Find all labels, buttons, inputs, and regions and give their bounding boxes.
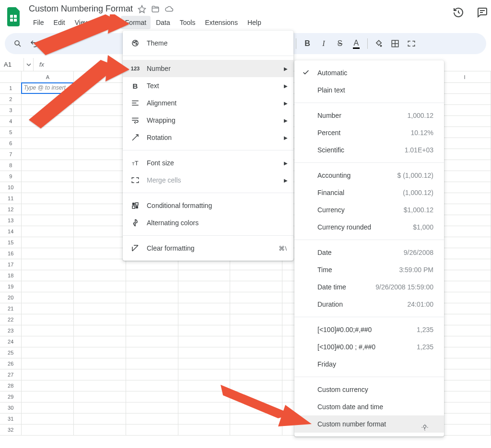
cell[interactable]: Type @ to insert (22, 83, 74, 93)
cell[interactable] (22, 138, 74, 149)
cell[interactable] (74, 414, 126, 424)
history-icon[interactable] (453, 7, 464, 18)
cell[interactable] (126, 336, 178, 347)
row-header[interactable]: 16 (0, 248, 22, 259)
cell[interactable] (74, 358, 126, 369)
cell[interactable] (74, 292, 126, 303)
number-item-plain-text[interactable]: Plain text (294, 81, 444, 99)
row-header[interactable]: 23 (0, 325, 22, 336)
cell[interactable] (126, 314, 178, 325)
cell[interactable] (230, 281, 282, 292)
cell[interactable] (74, 391, 126, 402)
number-item-date-time[interactable]: Date time9/26/2008 15:59:00 (294, 278, 444, 296)
cell[interactable] (178, 292, 231, 303)
cell[interactable] (22, 215, 74, 226)
cell[interactable] (74, 226, 126, 237)
cell[interactable] (230, 303, 282, 314)
row-header[interactable]: 5 (0, 127, 22, 138)
select-all-corner[interactable] (0, 71, 22, 82)
menu-item-number[interactable]: 123Number▶ (123, 60, 293, 77)
cell[interactable] (178, 303, 231, 314)
cell[interactable] (230, 336, 282, 347)
number-item-number[interactable]: Number1,000.12 (294, 107, 444, 124)
number-item-friday[interactable]: Friday (294, 356, 444, 373)
cell[interactable] (439, 94, 491, 104)
cell[interactable] (22, 414, 74, 424)
cell[interactable] (74, 94, 126, 104)
doc-title[interactable]: Custom Numbering Format (29, 4, 133, 14)
cell[interactable] (126, 325, 178, 336)
cell[interactable] (230, 380, 282, 391)
row-header[interactable]: 1 (0, 83, 22, 93)
cell[interactable] (230, 325, 282, 336)
cell[interactable] (74, 380, 126, 391)
cell[interactable] (126, 347, 178, 358)
cell[interactable] (439, 325, 491, 336)
cell[interactable] (439, 105, 491, 115)
cell[interactable] (178, 270, 231, 281)
row-header[interactable]: 3 (0, 105, 22, 115)
menu-item-rotation[interactable]: Rotation▶ (123, 129, 293, 146)
row-header[interactable]: 2 (0, 94, 22, 104)
borders-icon[interactable] (388, 36, 402, 51)
cell[interactable] (439, 226, 491, 237)
bold-icon[interactable]: B (300, 36, 315, 51)
row-header[interactable]: 7 (0, 149, 22, 160)
cell[interactable] (22, 292, 74, 303)
cell[interactable] (230, 391, 282, 402)
cell[interactable] (230, 270, 282, 281)
row-header[interactable]: 20 (0, 292, 22, 303)
cell[interactable] (126, 270, 178, 281)
cell[interactable] (22, 391, 74, 402)
cell[interactable] (74, 270, 126, 281)
cell[interactable] (178, 281, 231, 292)
row-header[interactable]: 29 (0, 391, 22, 402)
cell[interactable] (74, 259, 126, 270)
cell[interactable] (178, 347, 231, 358)
cell[interactable] (439, 336, 491, 347)
cell[interactable] (22, 425, 74, 435)
cell[interactable] (22, 336, 74, 347)
cell[interactable] (439, 182, 491, 193)
cell[interactable] (22, 259, 74, 270)
cell[interactable] (439, 347, 491, 358)
cell[interactable] (439, 127, 491, 138)
menu-help[interactable]: Help (243, 16, 266, 29)
italic-icon[interactable]: I (316, 36, 331, 51)
text-color-icon[interactable]: A (349, 36, 363, 51)
cell[interactable] (126, 391, 178, 402)
cell[interactable] (74, 160, 126, 171)
cell[interactable] (439, 292, 491, 303)
number-item--100-0-00-0[interactable]: [<100]#0.00 ; #,##01,235 (294, 338, 444, 356)
cell[interactable] (439, 380, 491, 391)
cell[interactable] (439, 391, 491, 402)
row-header[interactable]: 27 (0, 369, 22, 380)
cell[interactable] (126, 402, 178, 413)
cell[interactable] (126, 259, 178, 270)
cell[interactable] (22, 325, 74, 336)
cell[interactable] (230, 369, 282, 380)
row-header[interactable]: 21 (0, 303, 22, 314)
cell[interactable] (439, 193, 491, 204)
row-header[interactable]: 26 (0, 358, 22, 369)
cell[interactable] (439, 402, 491, 413)
cell[interactable] (74, 314, 126, 325)
cell[interactable] (22, 402, 74, 413)
menu-insert[interactable]: Insert (94, 16, 120, 29)
fill-color-icon[interactable] (372, 36, 386, 51)
number-item-duration[interactable]: Duration24:01:00 (294, 296, 444, 313)
cell[interactable] (22, 226, 74, 237)
cell[interactable] (74, 248, 126, 259)
search-icon[interactable] (11, 36, 25, 51)
cell[interactable] (178, 402, 231, 413)
menu-edit[interactable]: Edit (49, 16, 70, 29)
cell[interactable] (22, 369, 74, 380)
row-header[interactable]: 6 (0, 138, 22, 149)
menu-item-alternating-colors[interactable]: Alternating colors (123, 214, 293, 231)
row-header[interactable]: 14 (0, 226, 22, 237)
cell[interactable] (22, 149, 74, 160)
cell[interactable] (126, 281, 178, 292)
menu-item-wrapping[interactable]: Wrapping▶ (123, 112, 293, 129)
cell[interactable] (439, 259, 491, 270)
cell[interactable] (439, 414, 491, 424)
